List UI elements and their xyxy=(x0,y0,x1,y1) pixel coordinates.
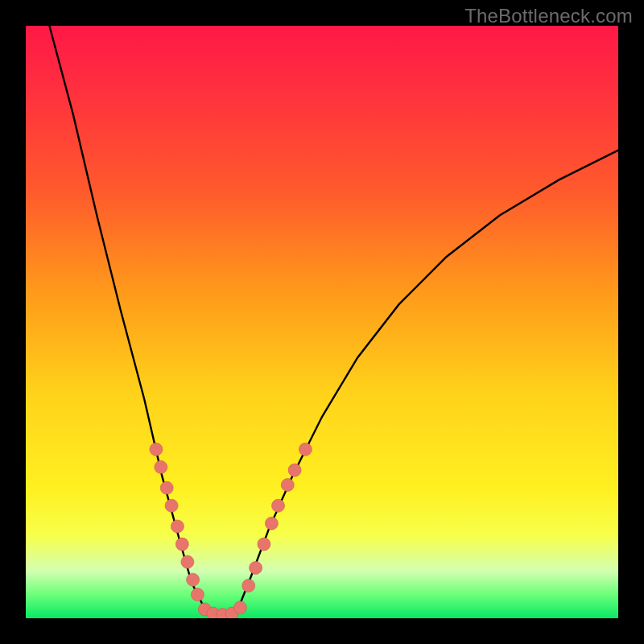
curve-line xyxy=(49,26,618,615)
data-point xyxy=(155,460,167,473)
data-point xyxy=(258,538,270,551)
plot-area xyxy=(26,26,618,618)
chart-svg xyxy=(26,26,618,618)
data-point xyxy=(265,517,278,530)
data-point xyxy=(299,443,312,456)
chart-frame: TheBottleneck.com xyxy=(0,0,644,644)
data-point xyxy=(288,464,301,477)
data-point xyxy=(160,481,173,494)
data-point xyxy=(181,555,194,568)
scatter-dots xyxy=(150,443,312,618)
data-point xyxy=(150,443,163,456)
data-point xyxy=(233,601,246,614)
data-point xyxy=(187,573,200,586)
watermark-text: TheBottleneck.com xyxy=(464,5,633,27)
data-point xyxy=(272,499,285,512)
data-point xyxy=(242,580,255,592)
data-point xyxy=(175,538,188,551)
data-point xyxy=(250,561,262,574)
data-point xyxy=(171,520,184,533)
data-point xyxy=(281,478,294,491)
data-point xyxy=(191,588,204,601)
data-point xyxy=(165,499,178,512)
